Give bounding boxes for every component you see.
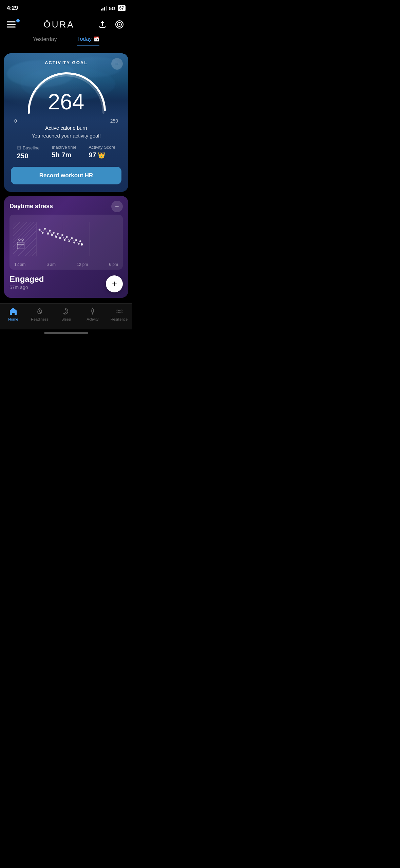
- svg-point-31: [71, 237, 73, 239]
- tab-home[interactable]: Home: [3, 307, 23, 321]
- share-button[interactable]: [96, 18, 109, 31]
- menu-button[interactable]: [7, 17, 22, 32]
- battery-icon: 67: [118, 5, 126, 11]
- svg-point-36: [81, 243, 83, 245]
- stress-card: → Daytime stress: [4, 196, 128, 298]
- status-bar: 4:29 5G 67: [0, 0, 132, 14]
- tab-home-label: Home: [8, 317, 18, 321]
- chart-time-6am: 6 am: [46, 262, 56, 267]
- tab-readiness-label: Readiness: [31, 317, 49, 321]
- svg-point-34: [78, 243, 80, 245]
- target-icon: [115, 20, 124, 29]
- activity-gauge: 264: [22, 69, 110, 116]
- svg-point-26: [59, 237, 61, 239]
- stat-baseline-label: ⊟ Baseline: [17, 145, 40, 151]
- stats-row: ⊟ Baseline 250 Inactive time 5h 7m Activ…: [11, 145, 121, 160]
- svg-point-27: [61, 234, 63, 236]
- tab-readiness[interactable]: Readiness: [30, 307, 50, 321]
- tab-resilience[interactable]: Resilience: [109, 307, 129, 321]
- svg-point-29: [66, 236, 68, 238]
- gauge-min: 0: [14, 118, 17, 124]
- svg-point-19: [44, 228, 46, 230]
- header-actions: [96, 18, 126, 31]
- record-workout-button[interactable]: Record workout HR: [11, 167, 121, 184]
- adjust-icon: ⊟: [17, 145, 21, 151]
- home-bar: [44, 332, 88, 334]
- status-right: 5G 67: [101, 5, 126, 11]
- chart-time-12am: 12 am: [14, 262, 25, 267]
- today-tab[interactable]: Today 📅: [77, 36, 99, 46]
- home-icon: [9, 307, 18, 316]
- activity-card-content: ACTIVITY GOAL 264 0 250 Active calorie b…: [4, 53, 128, 192]
- app-logo: ŌURA: [43, 19, 74, 30]
- svg-point-2: [119, 24, 120, 25]
- bottom-spacer: [0, 298, 132, 303]
- calendar-icon: 📅: [94, 36, 99, 42]
- app-header: ŌURA: [0, 14, 132, 36]
- signal-icon: [101, 6, 107, 11]
- gauge-max: 250: [110, 118, 118, 124]
- stress-card-arrow[interactable]: →: [111, 201, 123, 212]
- readiness-icon: [35, 307, 44, 316]
- stat-baseline: ⊟ Baseline 250: [17, 145, 40, 160]
- chart-time-6pm: 6 pm: [109, 262, 118, 267]
- activity-value: 264: [48, 91, 84, 113]
- stat-score: Activity Score 97 👑: [89, 145, 115, 160]
- main-content: → ACTIVITY GOAL 264 0 250 Active calorie…: [0, 49, 132, 298]
- sleep-icon: [62, 307, 71, 316]
- svg-point-22: [51, 234, 53, 236]
- status-time: 4:29: [7, 5, 18, 12]
- svg-point-35: [79, 240, 81, 242]
- stress-chart-svg: [13, 219, 119, 259]
- gauge-labels: 0 250: [11, 118, 121, 124]
- svg-point-33: [75, 239, 77, 241]
- home-indicator: [0, 329, 132, 336]
- calorie-label: Active calorie burn: [11, 125, 121, 131]
- yesterday-tab[interactable]: Yesterday: [33, 36, 57, 45]
- stress-card-title: Daytime stress: [9, 203, 123, 210]
- svg-point-24: [55, 236, 57, 238]
- svg-point-30: [68, 240, 70, 242]
- goal-message: You reached your activity goal!: [11, 133, 121, 139]
- activity-goal-card: → ACTIVITY GOAL 264 0 250 Active calorie…: [4, 53, 128, 192]
- add-button[interactable]: +: [106, 275, 123, 292]
- share-icon: [98, 20, 107, 29]
- day-navigation: Yesterday Today 📅: [0, 36, 132, 49]
- svg-point-23: [53, 232, 55, 234]
- activity-card-title: ACTIVITY GOAL: [11, 60, 121, 65]
- target-button[interactable]: [113, 18, 126, 31]
- tab-resilience-label: Resilience: [111, 317, 128, 321]
- svg-point-25: [57, 233, 59, 235]
- chart-time-12pm: 12 pm: [77, 262, 88, 267]
- tab-activity[interactable]: Activity: [82, 307, 103, 321]
- svg-point-21: [49, 230, 51, 232]
- crown-icon: 👑: [98, 151, 105, 159]
- bottom-tab-bar: Home Readiness Sleep Activity Resilience: [0, 303, 132, 329]
- svg-point-28: [64, 239, 66, 241]
- resilience-icon: [115, 307, 123, 316]
- stat-baseline-value: 250: [17, 152, 40, 160]
- svg-point-32: [73, 241, 75, 243]
- svg-point-17: [39, 229, 41, 231]
- svg-point-18: [42, 232, 44, 234]
- menu-line-2: [7, 24, 16, 25]
- notification-dot: [16, 19, 20, 22]
- menu-line-1: [7, 21, 16, 22]
- menu-line-3: [7, 26, 16, 28]
- network-label: 5G: [109, 5, 116, 11]
- chart-time-labels: 12 am 6 am 12 pm 6 pm: [13, 262, 119, 267]
- tab-sleep-label: Sleep: [61, 317, 71, 321]
- tab-sleep[interactable]: Sleep: [56, 307, 76, 321]
- activity-card-arrow[interactable]: →: [111, 58, 123, 70]
- svg-rect-7: [13, 222, 36, 256]
- svg-point-20: [47, 233, 49, 235]
- stress-chart-container: 12 am 6 am 12 pm 6 pm: [9, 215, 123, 270]
- stat-inactive-label: Inactive time: [52, 145, 77, 150]
- stat-inactive: Inactive time 5h 7m: [52, 145, 77, 160]
- activity-icon: [88, 307, 97, 316]
- stat-inactive-value: 5h 7m: [52, 151, 77, 159]
- stat-score-label: Activity Score: [89, 145, 115, 150]
- tab-activity-label: Activity: [87, 317, 99, 321]
- stat-score-value: 97 👑: [89, 151, 115, 159]
